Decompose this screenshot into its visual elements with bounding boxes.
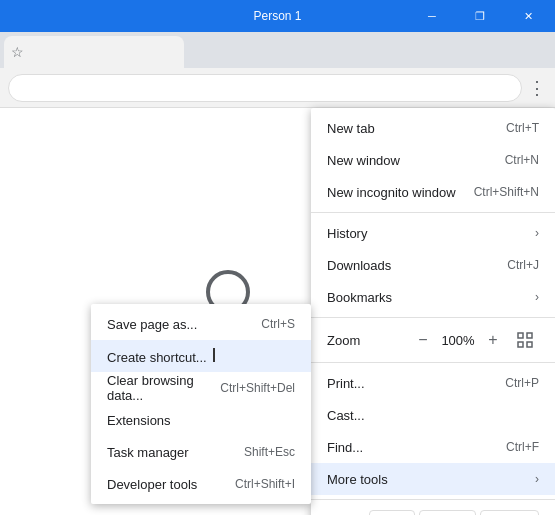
submenu-item-save-page[interactable]: Save page as... Ctrl+S [91, 308, 311, 340]
submenu-item-label: Task manager [107, 445, 189, 460]
arrow-icon: › [535, 472, 539, 486]
bookmark-star-icon[interactable]: ☆ [11, 44, 24, 60]
window-controls: ─ ❐ ✕ [409, 0, 551, 32]
submenu-item-label: Developer tools [107, 477, 197, 492]
title-bar: Person 1 ─ ❐ ✕ [0, 0, 555, 32]
minimize-button[interactable]: ─ [409, 0, 455, 32]
copy-button[interactable]: Copy [419, 510, 475, 516]
menu-item-label: More tools [327, 472, 388, 487]
cut-button[interactable]: Cut [369, 510, 415, 516]
divider-3 [311, 362, 555, 363]
paste-button[interactable]: Paste [480, 510, 539, 516]
menu-item-new-window[interactable]: New window Ctrl+N [311, 144, 555, 176]
submenu-item-extensions[interactable]: Extensions [91, 404, 311, 436]
submenu-item-label: Create shortcut... [107, 348, 221, 365]
menu-item-bookmarks[interactable]: Bookmarks › [311, 281, 555, 313]
menu-item-history[interactable]: History › [311, 217, 555, 249]
restore-button[interactable]: ❐ [457, 0, 503, 32]
zoom-label: Zoom [327, 333, 409, 348]
divider-2 [311, 317, 555, 318]
shortcut-find: Ctrl+F [506, 440, 539, 454]
shortcut-new-tab: Ctrl+T [506, 121, 539, 135]
shortcut-clear-browsing: Ctrl+Shift+Del [220, 381, 295, 395]
omnibox[interactable] [8, 74, 522, 102]
zoom-plus-button[interactable]: + [479, 326, 507, 354]
menu-item-label: Cast... [327, 408, 365, 423]
svg-rect-1 [527, 333, 532, 338]
menu-item-label: Bookmarks [327, 290, 392, 305]
arrow-icon: › [535, 226, 539, 240]
menu-item-label: Find... [327, 440, 363, 455]
menu-item-more-tools[interactable]: More tools › [311, 463, 555, 495]
menu-item-label: Downloads [327, 258, 391, 273]
shortcut-new-window: Ctrl+N [505, 153, 539, 167]
svg-rect-3 [527, 342, 532, 347]
fullscreen-icon [517, 332, 533, 348]
submenu-item-developer-tools[interactable]: Developer tools Ctrl+Shift+I [91, 468, 311, 500]
arrow-icon: › [535, 290, 539, 304]
shortcut-downloads: Ctrl+J [507, 258, 539, 272]
divider-1 [311, 212, 555, 213]
address-bar: ⋮ [0, 68, 555, 108]
submenu-item-label: Clear browsing data... [107, 373, 220, 403]
svg-rect-0 [518, 333, 523, 338]
shortcut-developer-tools: Ctrl+Shift+I [235, 477, 295, 491]
svg-rect-2 [518, 342, 523, 347]
zoom-value: 100% [437, 333, 479, 348]
submenu-item-create-shortcut[interactable]: Create shortcut... [91, 340, 311, 372]
menu-item-cast[interactable]: Cast... [311, 399, 555, 431]
zoom-minus-button[interactable]: − [409, 326, 437, 354]
menu-item-find[interactable]: Find... Ctrl+F [311, 431, 555, 463]
menu-item-downloads[interactable]: Downloads Ctrl+J [311, 249, 555, 281]
menu-item-incognito[interactable]: New incognito window Ctrl+Shift+N [311, 176, 555, 208]
menu-item-new-tab[interactable]: New tab Ctrl+T [311, 112, 555, 144]
shortcut-print: Ctrl+P [505, 376, 539, 390]
submenu-item-clear-browsing[interactable]: Clear browsing data... Ctrl+Shift+Del [91, 372, 311, 404]
submenu-item-label: Extensions [107, 413, 171, 428]
profile-name: Person 1 [253, 9, 301, 23]
more-tools-submenu: Save page as... Ctrl+S Create shortcut..… [91, 304, 311, 504]
menu-item-label: History [327, 226, 367, 241]
browser-content: New tab Ctrl+T New window Ctrl+N New inc… [0, 108, 555, 515]
shortcut-incognito: Ctrl+Shift+N [474, 185, 539, 199]
chrome-menu: New tab Ctrl+T New window Ctrl+N New inc… [311, 108, 555, 515]
submenu-item-task-manager[interactable]: Task manager Shift+Esc [91, 436, 311, 468]
active-tab[interactable]: ☆ [4, 36, 184, 68]
menu-item-label: New window [327, 153, 400, 168]
submenu-item-label: Save page as... [107, 317, 197, 332]
menu-item-label: New incognito window [327, 185, 456, 200]
tab-bar: ☆ [0, 32, 555, 68]
zoom-row: Zoom − 100% + [311, 322, 555, 358]
shortcut-save-page: Ctrl+S [261, 317, 295, 331]
fullscreen-button[interactable] [511, 326, 539, 354]
menu-item-label: Print... [327, 376, 365, 391]
divider-4 [311, 499, 555, 500]
edit-row: Edit Cut Copy Paste [311, 504, 555, 515]
chrome-menu-button[interactable]: ⋮ [528, 77, 547, 99]
close-button[interactable]: ✕ [505, 0, 551, 32]
menu-item-print[interactable]: Print... Ctrl+P [311, 367, 555, 399]
menu-item-label: New tab [327, 121, 375, 136]
cursor-icon [213, 348, 221, 362]
shortcut-task-manager: Shift+Esc [244, 445, 295, 459]
